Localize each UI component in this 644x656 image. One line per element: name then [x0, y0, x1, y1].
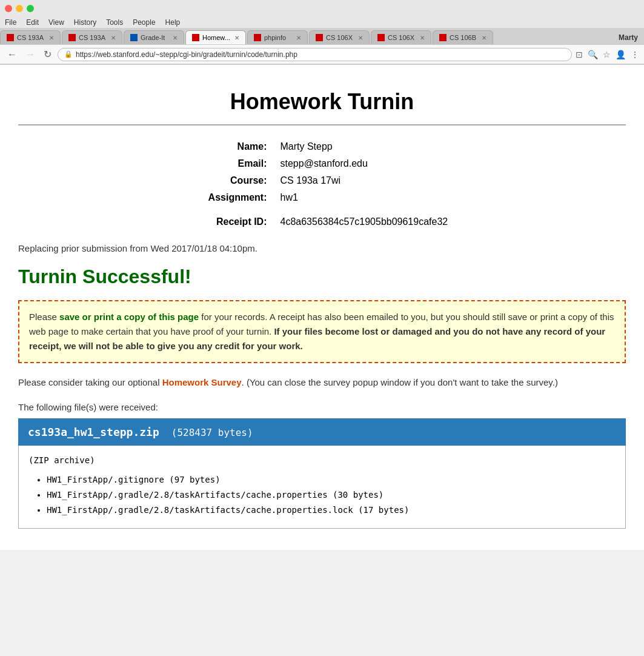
- name-row: Name: Marty Stepp: [188, 139, 456, 155]
- tab-label-6: CS 106X: [388, 34, 414, 41]
- tab-0[interactable]: CS 193A ✕: [0, 30, 61, 44]
- tab-label-1: CS 193A: [79, 34, 105, 41]
- tab-close-2[interactable]: ✕: [173, 35, 178, 41]
- file-body: (ZIP archive) HW1_FirstApp/.gitignore (9…: [18, 446, 626, 529]
- file-header: cs193a_hw1_stepp.zip (528437 bytes): [18, 418, 626, 446]
- file-name: cs193a_hw1_stepp.zip: [28, 426, 159, 438]
- bookmark-icon[interactable]: ☆: [603, 50, 611, 59]
- survey-text: Please consider taking our optional Home…: [18, 375, 626, 390]
- tab-5[interactable]: CS 106X ✕: [309, 30, 370, 44]
- course-label: Course:: [188, 173, 273, 189]
- warning-part1: Please: [29, 312, 59, 322]
- screen-icon[interactable]: ⊡: [576, 50, 583, 59]
- menu-icon[interactable]: ⋮: [631, 50, 639, 59]
- menu-bar: File Edit View History Tools People Help: [0, 17, 644, 28]
- search-icon[interactable]: 🔍: [588, 50, 598, 59]
- warning-box: Please save or print a copy of this page…: [18, 300, 626, 363]
- page-title: Homework Turnin: [18, 77, 626, 126]
- file-container: cs193a_hw1_stepp.zip (528437 bytes) (ZIP…: [18, 418, 626, 529]
- tab-favicon-4: [254, 34, 261, 41]
- menu-help[interactable]: Help: [165, 18, 181, 27]
- browser-chrome: File Edit View History Tools People Help…: [0, 0, 644, 65]
- tab-close-0[interactable]: ✕: [49, 35, 54, 41]
- tab-2[interactable]: Grade-It ✕: [124, 30, 184, 44]
- tab-7[interactable]: CS 106B ✕: [433, 30, 493, 44]
- menu-edit[interactable]: Edit: [26, 18, 39, 27]
- menu-tools[interactable]: Tools: [106, 18, 123, 27]
- assignment-label: Assignment:: [188, 190, 273, 206]
- menu-view[interactable]: View: [48, 18, 64, 27]
- file-list: HW1_FirstApp/.gitignore (97 bytes) HW1_F…: [28, 472, 616, 518]
- tab-label-4: phpinfo: [264, 34, 286, 41]
- tab-label-0: CS 193A: [17, 34, 44, 41]
- survey-suffix: . (You can close the survey popup window…: [242, 377, 558, 387]
- profile-icon[interactable]: 👤: [616, 50, 626, 59]
- tab-3[interactable]: Homew... ✕: [185, 30, 246, 44]
- list-item: HW1_FirstApp/.gitignore (97 bytes): [47, 472, 616, 487]
- url-text: https://web.stanford.edu/~stepp/cgi-bin/…: [76, 50, 297, 59]
- info-table: Name: Marty Stepp Email: stepp@stanford.…: [187, 138, 457, 231]
- replacing-text: Replacing prior submission from Wed 2017…: [18, 243, 626, 253]
- tab-close-4[interactable]: ✕: [296, 35, 301, 41]
- list-item: HW1_FirstApp/.gradle/2.8/taskArtifacts/c…: [47, 487, 616, 503]
- receipt-row: Receipt ID: 4c8a6356384c57c1905bb09619ca…: [188, 207, 456, 230]
- menu-people[interactable]: People: [133, 18, 155, 27]
- receipt-value: 4c8a6356384c57c1905bb09619cafe32: [274, 207, 456, 230]
- address-bar: ← → ↻ 🔒 https://web.stanford.edu/~stepp/…: [0, 44, 644, 64]
- tab-close-3[interactable]: ✕: [234, 35, 239, 41]
- menu-history[interactable]: History: [74, 18, 96, 27]
- assignment-row: Assignment: hw1: [188, 190, 456, 206]
- page-content: Homework Turnin Name: Marty Stepp Email:…: [0, 65, 644, 550]
- tab-1[interactable]: CS 193A ✕: [62, 30, 122, 44]
- email-row: Email: stepp@stanford.edu: [188, 156, 456, 172]
- file-type: (ZIP archive): [28, 455, 616, 465]
- forward-button[interactable]: →: [23, 48, 38, 61]
- menu-file[interactable]: File: [5, 18, 16, 27]
- tab-label-2: Grade-It: [141, 34, 165, 41]
- tab-label-7: CS 106B: [450, 34, 476, 41]
- receipt-label: Receipt ID:: [188, 207, 273, 230]
- email-value: stepp@stanford.edu: [274, 156, 456, 172]
- tab-6[interactable]: CS 106X ✕: [371, 30, 431, 44]
- tab-close-6[interactable]: ✕: [420, 35, 425, 41]
- tab-favicon-5: [316, 34, 323, 41]
- course-row: Course: CS 193a 17wi: [188, 173, 456, 189]
- tab-label-5: CS 106X: [326, 34, 353, 41]
- tab-close-1[interactable]: ✕: [111, 35, 116, 41]
- title-bar: [0, 0, 644, 17]
- tab-favicon-1: [68, 34, 76, 41]
- tabs-bar: CS 193A ✕ CS 193A ✕ Grade-It ✕ Homew... …: [0, 28, 644, 44]
- survey-prefix: Please consider taking our optional: [18, 377, 162, 387]
- homework-survey-link[interactable]: Homework Survey: [162, 377, 242, 387]
- window-controls: [5, 5, 34, 12]
- user-profile[interactable]: Marty: [612, 31, 644, 44]
- toolbar-icons: ⊡ 🔍 ☆ 👤 ⋮: [576, 50, 639, 59]
- lock-icon: 🔒: [64, 50, 73, 58]
- list-item: HW1_FirstApp/.gradle/2.8/taskArtifacts/c…: [47, 503, 616, 518]
- back-button[interactable]: ←: [5, 48, 19, 61]
- save-print-link[interactable]: save or print a copy of this page: [59, 312, 199, 322]
- email-label: Email:: [188, 156, 273, 172]
- tab-4[interactable]: phpinfo ✕: [247, 30, 308, 44]
- assignment-value: hw1: [274, 190, 456, 206]
- name-label: Name:: [188, 139, 273, 155]
- files-heading: The following file(s) were received:: [18, 402, 626, 412]
- name-value: Marty Stepp: [274, 139, 456, 155]
- tab-label-3: Homew...: [202, 34, 230, 41]
- maximize-button[interactable]: [27, 5, 34, 12]
- tab-favicon-3: [192, 34, 199, 41]
- refresh-button[interactable]: ↻: [41, 47, 54, 61]
- tab-favicon-0: [7, 34, 14, 41]
- course-value: CS 193a 17wi: [274, 173, 456, 189]
- url-bar[interactable]: 🔒 https://web.stanford.edu/~stepp/cgi-bi…: [58, 48, 572, 61]
- tab-close-5[interactable]: ✕: [358, 35, 363, 41]
- tab-favicon-6: [377, 34, 385, 41]
- close-button[interactable]: [5, 5, 12, 12]
- tab-close-7[interactable]: ✕: [482, 35, 486, 41]
- tab-favicon-7: [439, 34, 446, 41]
- success-title: Turnin Successful!: [18, 266, 626, 288]
- file-size: (528437 bytes): [171, 427, 253, 438]
- minimize-button[interactable]: [16, 5, 23, 12]
- tab-favicon-2: [130, 34, 138, 41]
